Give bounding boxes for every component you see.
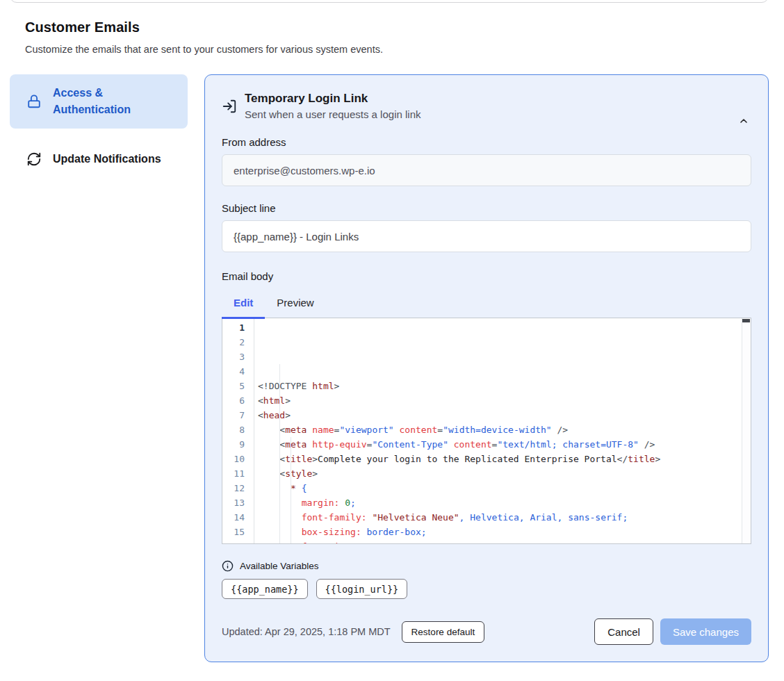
sidebar-item-access-authentication[interactable]: Access & Authentication [10,74,188,129]
panel-footer: Updated: Apr 29, 2025, 1:18 PM MDT Resto… [222,618,751,645]
subject-line-input[interactable] [222,220,751,252]
line-number: 14 [222,510,254,525]
code-line: <meta name="viewport" content="width=dev… [258,422,741,437]
restore-default-button[interactable]: Restore default [402,621,485,643]
panel-title: Temporary Login Link [245,92,420,106]
code-line: <html> [258,393,741,408]
code-line: font-family: "Helvetica Neue", Helvetica… [258,510,741,525]
available-variables-row: Available Variables [222,560,751,572]
email-body-label: Email body [222,270,751,282]
line-number: 13 [222,495,254,510]
from-address-input[interactable] [222,154,751,186]
code-editor: 12345678910111213141516 <!DOCTYPE html><… [222,318,751,544]
line-number: 1 [222,320,254,335]
previous-card-bottom-edge [10,0,769,3]
collapse-section-button[interactable] [736,114,751,129]
code-line: font-size: 14px; [258,539,741,543]
line-number: 7 [222,408,254,422]
panel-subtitle: Sent when a user requests a login link [245,108,420,120]
line-number: 5 [222,379,254,393]
line-number: 15 [222,525,254,539]
lock-icon [26,94,42,109]
code-line: <!DOCTYPE html> [258,379,741,393]
code-line: margin: 0; [258,495,741,510]
sidebar-item-label: Access & Authentication [53,85,177,118]
code-line: <head> [258,408,741,422]
subject-line-label: Subject line [222,202,751,214]
line-number: 2 [222,335,254,350]
tab-edit[interactable]: Edit [222,290,265,318]
line-number: 12 [222,481,254,495]
refresh-icon [26,151,42,167]
line-number: 6 [222,393,254,408]
code-line: <style> [258,466,741,481]
cancel-button[interactable]: Cancel [594,618,653,645]
variable-chips: {{app_name}}{{login_url}} [222,579,751,599]
indent-guide [279,364,280,543]
email-types-sidebar: Access & AuthenticationUpdate Notificati… [10,74,188,178]
line-number: 16 [222,539,254,544]
sidebar-item-update-notifications[interactable]: Update Notifications [10,140,188,178]
line-number: 8 [222,422,254,437]
code-line: <meta http-equiv="Content-Type" content=… [258,437,741,452]
available-variables-label: Available Variables [240,561,319,571]
editor-line-numbers: 12345678910111213141516 [222,318,254,543]
indent-guide [291,437,291,543]
email-body-tabs: EditPreview [222,290,751,318]
line-number: 9 [222,437,254,452]
code-line: <title>Complete your login to the Replic… [258,452,741,466]
line-number: 10 [222,452,254,466]
variable-chip[interactable]: {{app_name}} [222,579,308,599]
chevron-up-icon [738,115,749,129]
variable-chip[interactable]: {{login_url}} [316,579,408,599]
updated-timestamp: Updated: Apr 29, 2025, 1:18 PM MDT [222,626,391,637]
login-icon [222,92,237,120]
save-changes-button[interactable]: Save changes [660,618,751,645]
info-icon [222,560,234,572]
tab-preview[interactable]: Preview [265,290,325,318]
editor-scrollbar[interactable] [742,318,751,543]
line-number: 11 [222,466,254,481]
line-number: 4 [222,364,254,379]
page-subtitle: Customize the emails that are sent to yo… [25,44,769,55]
email-settings-panel: Temporary Login Link Sent when a user re… [204,74,769,662]
panel-header: Temporary Login Link Sent when a user re… [222,92,751,120]
code-line: box-sizing: border-box; [258,525,741,539]
page-header: Customer Emails Customize the emails tha… [25,19,769,55]
editor-code-area[interactable]: <!DOCTYPE html><html><head> <meta name="… [254,318,751,543]
from-address-label: From address [222,136,751,148]
sidebar-item-label: Update Notifications [53,151,161,167]
code-line: * { [258,481,741,495]
line-number: 3 [222,350,254,364]
page-title: Customer Emails [25,19,769,35]
scrollbar-thumb[interactable] [742,319,750,322]
